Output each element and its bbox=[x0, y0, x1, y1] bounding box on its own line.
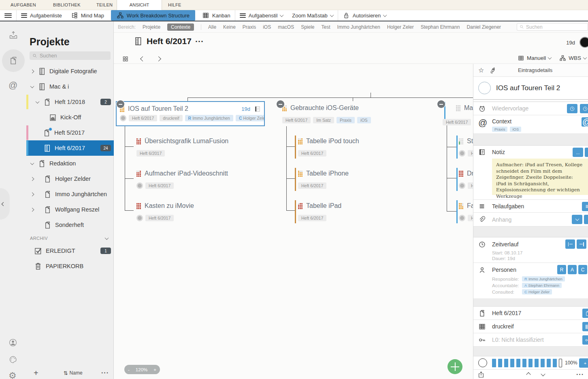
gear-icon[interactable] bbox=[9, 371, 17, 379]
nav-forward-button[interactable] bbox=[156, 56, 161, 61]
grid-view-icon[interactable] bbox=[122, 55, 129, 62]
project-button[interactable] bbox=[582, 309, 588, 318]
prev-entry-button[interactable] bbox=[526, 372, 530, 377]
tag[interactable]: Heft 6/2017 bbox=[129, 115, 157, 121]
tag[interactable]: RImmo Junghärtchen bbox=[185, 115, 233, 121]
progress-add-button[interactable]: + bbox=[579, 358, 588, 368]
sidebar-item-redaktion[interactable]: Redaktion bbox=[26, 156, 114, 171]
add-project-button[interactable]: + bbox=[34, 368, 38, 378]
progress-segments[interactable] bbox=[492, 359, 562, 367]
filter-test[interactable]: Test bbox=[322, 24, 330, 30]
note-text[interactable]: Aufmacher: iPad auf Tresen, Kollege schn… bbox=[492, 159, 588, 195]
sidebar-item-erledigt[interactable]: ERLEDIGT 1 bbox=[26, 243, 114, 258]
tag[interactable]: Heft 6/2017 bbox=[298, 150, 326, 157]
wbs-item-tabelle-ipod[interactable]: Tabelle iPod touch Heft 6/2017 bbox=[298, 138, 359, 157]
filter-spiele[interactable]: Spiele bbox=[301, 24, 314, 30]
project-title[interactable]: Heft 6/2017 bbox=[147, 36, 192, 46]
sort-button[interactable]: Name bbox=[64, 370, 83, 376]
filter-search-input[interactable]: Suchen bbox=[517, 23, 588, 31]
notiz-more-button[interactable]: ... bbox=[573, 148, 583, 157]
collapse-button[interactable] bbox=[437, 100, 445, 108]
menu-bibliothek[interactable]: BIBLIOTHEK bbox=[53, 2, 81, 7]
menu-aufgaben[interactable]: AUFGABEN bbox=[11, 2, 36, 7]
wbs-item-aufmacher[interactable]: Aufmacher iPad-Videoschnitt Heft 6/2017 bbox=[136, 170, 228, 189]
numbering-mode-select[interactable]: WBS bbox=[559, 55, 586, 61]
avatar[interactable] bbox=[579, 37, 588, 48]
zeitverlauf-row[interactable]: Zeitverlauf Start: 08.10.17 Dauer: 19d bbox=[473, 237, 588, 263]
tag[interactable]: CHolger Zeler bbox=[236, 115, 265, 121]
share-icon[interactable] bbox=[477, 371, 485, 378]
card-tags[interactable]: Heft 6/2017 bbox=[443, 118, 471, 125]
rocket-icon[interactable] bbox=[490, 67, 497, 74]
sidebar-item-digitale-fotografie[interactable]: Digitale Fotografie bbox=[26, 64, 114, 79]
main-menu-button[interactable] bbox=[4, 12, 12, 19]
context-add-button[interactable] bbox=[582, 117, 588, 127]
collapse-button[interactable] bbox=[277, 100, 284, 108]
wbs-card-ios-auf-touren[interactable]: IOS auf Touren Teil 2 19d Heft 6/2017 dr… bbox=[116, 101, 265, 126]
raci-c-button[interactable]: C bbox=[578, 265, 587, 274]
menu-teilen[interactable]: TEILEN bbox=[96, 2, 113, 7]
personen-row[interactable]: Personen Responsible: RImmo Junghärtchen… bbox=[473, 263, 588, 299]
canvas-zoom-control[interactable]: - 120% + bbox=[124, 365, 160, 374]
tag[interactable]: druckreif bbox=[160, 115, 182, 121]
nav-back-button[interactable] bbox=[140, 56, 145, 61]
view-kanban[interactable]: Kanban bbox=[202, 12, 230, 19]
sidebar-search-input[interactable]: Suchen bbox=[30, 51, 111, 60]
sidebar-item-sonderheft[interactable]: Sonderheft bbox=[26, 217, 114, 233]
palette-icon[interactable] bbox=[9, 355, 17, 364]
tag[interactable]: Heft 6/2017 bbox=[298, 182, 326, 189]
sidebar-item-holger-zelder[interactable]: Holger Zelder bbox=[26, 171, 114, 186]
context-tag[interactable]: Praxis bbox=[492, 127, 507, 132]
context-tag[interactable]: iOS bbox=[510, 127, 521, 132]
status-circle[interactable] bbox=[459, 150, 465, 157]
wiedervorlage-row[interactable]: Wiedervorlage bbox=[473, 102, 588, 115]
sidebar-item-heft-6-2017[interactable]: Heft 6/2017 24 bbox=[26, 140, 114, 156]
favorite-star-icon[interactable]: ☆ bbox=[478, 66, 484, 74]
filter-alle[interactable]: Alle bbox=[208, 24, 216, 30]
sidebar-item-mac-und-i[interactable]: Mac & i bbox=[26, 79, 114, 94]
filter-praxis[interactable]: Praxis bbox=[243, 24, 256, 30]
more-button[interactable] bbox=[101, 369, 109, 377]
kanban-state-button[interactable] bbox=[582, 322, 588, 331]
tag[interactable]: Heft 6/2017 bbox=[282, 117, 311, 123]
next-entry-button[interactable] bbox=[541, 371, 545, 376]
wbs-item-luma-fusion[interactable]: Übersichtsgrafik LumaFusion Heft 6/2017 bbox=[136, 138, 228, 157]
filter-immo[interactable]: Immo Junghärtchen bbox=[337, 24, 380, 30]
anhang-add-button[interactable]: + bbox=[584, 215, 588, 224]
teilaufgaben-add-button[interactable] bbox=[582, 202, 588, 211]
tag[interactable]: iOS bbox=[357, 117, 371, 123]
status-circle[interactable] bbox=[478, 82, 491, 94]
raci-a-button[interactable]: A bbox=[568, 265, 577, 274]
tag[interactable]: Im Satz bbox=[313, 117, 334, 123]
sidebar-item-papierkorb[interactable]: PAPIERKORB bbox=[26, 258, 114, 274]
wiedervorlage-repeat-button[interactable] bbox=[580, 104, 588, 113]
sidebar-item-wolfgang-reszel[interactable]: Wolfgang Reszel bbox=[26, 202, 114, 217]
classification-row[interactable]: L0: Nicht klassifiziert bbox=[473, 333, 588, 347]
wbs-item-kasten-imovie[interactable]: Kasten zu iMovie Heft 6/2017 bbox=[136, 202, 194, 221]
tag[interactable]: Praxis bbox=[337, 117, 355, 123]
project-row[interactable]: Heft 6/2017 bbox=[473, 307, 588, 320]
aufgabenstil-menu[interactable]: Aufgabenstil bbox=[240, 12, 283, 19]
tag[interactable]: Heft 6/2017 bbox=[145, 182, 174, 189]
status-circle[interactable] bbox=[459, 182, 465, 189]
sidebar-item-kick-off[interactable]: Kick-Off bbox=[26, 110, 114, 125]
wbs-item-tabelle-ipad[interactable]: Tabelle iPad Heft 6/2017 bbox=[298, 202, 341, 221]
zoom-massstab-menu[interactable]: Zoom Maßstab bbox=[292, 13, 333, 19]
person-tag[interactable]: CHolger Zeler bbox=[522, 289, 552, 294]
filter-daniel[interactable]: Daniel Ziegener bbox=[467, 24, 501, 30]
anhang-row[interactable]: Anhang + bbox=[473, 213, 588, 227]
filter-projekte[interactable]: Projekte bbox=[143, 24, 160, 30]
autorisieren-menu[interactable]: Autorisieren bbox=[343, 12, 386, 19]
wbs-card-gebrauchte-ios-geraete[interactable]: Gebrauchte iOS-Geräte Heft 6/2017 Im Sat… bbox=[282, 104, 371, 123]
notiz-close-button[interactable] bbox=[585, 148, 588, 157]
sort-mode-select[interactable]: Manuell bbox=[518, 55, 551, 61]
title-more-button[interactable]: ··· bbox=[195, 36, 204, 46]
tag[interactable]: Heft 6/2017 bbox=[298, 215, 326, 221]
filter-macos[interactable]: macOS bbox=[278, 24, 294, 30]
person-tag[interactable]: AStephan Ehrmann bbox=[522, 283, 562, 288]
wbs-item-tabelle-iphone[interactable]: Tabelle iPhone Heft 6/2017 bbox=[298, 170, 349, 189]
progress-row[interactable]: 100% + bbox=[473, 356, 588, 370]
context-rail-button[interactable] bbox=[9, 80, 17, 91]
more-button[interactable] bbox=[576, 371, 584, 378]
tag[interactable]: Heft 6/2017 bbox=[145, 215, 174, 221]
